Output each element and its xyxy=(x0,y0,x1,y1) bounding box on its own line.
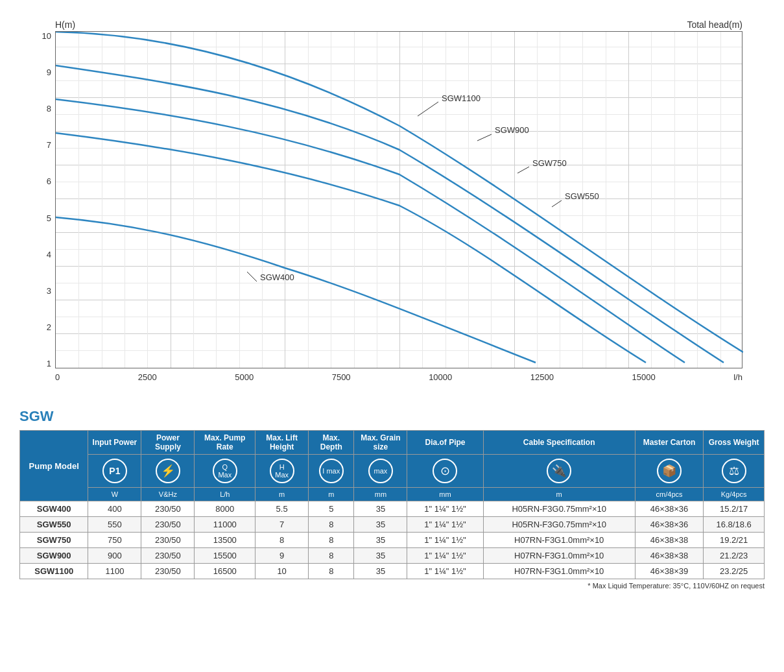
cell-max-depth: 8 xyxy=(309,533,354,548)
x-unit: l/h xyxy=(733,372,742,382)
chart-x-axis-title: Total head(m) xyxy=(687,19,742,30)
y-label-4: 4 xyxy=(36,250,51,259)
icon-master-carton: 📦 xyxy=(635,455,703,488)
cell-max-pump-rate: 8000 xyxy=(195,501,255,517)
y-label-2: 2 xyxy=(36,322,51,332)
y-label-7: 7 xyxy=(36,140,51,150)
x-axis: 0 2500 5000 7500 10000 12500 15000 l/h xyxy=(55,368,742,382)
curve-sgw400 xyxy=(56,217,536,363)
label-sgw750: SGW750 xyxy=(532,158,567,168)
cell-dia-of-pipe: 1" 1¼" 1½" xyxy=(407,533,483,548)
x-label-10000: 10000 xyxy=(429,372,452,382)
cell-power-supply: 230/50 xyxy=(141,501,195,517)
cell-cable-spec: H05RN-F3G0.75mm²×10 xyxy=(483,517,635,533)
chart-wrapper: 1 2 3 4 5 6 7 8 9 10 xyxy=(32,31,752,368)
svg-line-3 xyxy=(552,200,562,207)
x-label-0: 0 xyxy=(55,372,60,382)
cell-max-depth: 5 xyxy=(309,501,354,517)
y-label-8: 8 xyxy=(36,104,51,114)
chart-area: SGW1100 SGW900 SGW750 SGW550 SGW400 xyxy=(55,31,742,368)
svg-line-2 xyxy=(517,167,529,173)
footnote: * Max Liquid Temperature: 35°C, 110V/60H… xyxy=(19,582,765,590)
cell-max-grain-size: 35 xyxy=(354,564,407,579)
label-sgw900: SGW900 xyxy=(495,125,529,135)
y-label-1: 1 xyxy=(36,359,51,368)
col-master-carton: Master Carton xyxy=(635,431,703,455)
cell-max-grain-size: 35 xyxy=(354,501,407,517)
y-label-6: 6 xyxy=(36,176,51,186)
icon-input-power: P1 xyxy=(88,455,141,488)
x-label-7500: 7500 xyxy=(332,372,351,382)
cell-dia-of-pipe: 1" 1¼" 1½" xyxy=(407,517,483,533)
col-max-lift-height: Max. Lift Height xyxy=(255,431,309,455)
cell-dia-of-pipe: 1" 1¼" 1½" xyxy=(407,548,483,564)
cell-model: SGW400 xyxy=(20,501,88,517)
table-row: SGW400 400 230/50 8000 5.5 5 35 1" 1¼" 1… xyxy=(20,501,765,517)
cell-input-power: 750 xyxy=(88,533,141,548)
cell-master-carton: 46×38×38 xyxy=(635,533,703,548)
svg-line-4 xyxy=(247,272,257,282)
svg-line-1 xyxy=(477,134,492,141)
cell-max-pump-rate: 16500 xyxy=(195,564,255,579)
table-title: SGW xyxy=(19,408,765,425)
icon-power-supply: ⚡ xyxy=(141,455,195,488)
unit-dia-of-pipe: mm xyxy=(407,488,483,501)
icon-max-grain-size: max xyxy=(354,455,407,488)
cell-power-supply: 230/50 xyxy=(141,564,195,579)
cell-cable-spec: H07RN-F3G1.0mm²×10 xyxy=(483,533,635,548)
cell-max-grain-size: 35 xyxy=(354,548,407,564)
col-gross-weight: Gross Weight xyxy=(704,431,765,455)
cell-input-power: 1100 xyxy=(88,564,141,579)
cell-cable-spec: H07RN-F3G1.0mm²×10 xyxy=(483,548,635,564)
x-label-2500: 2500 xyxy=(138,372,157,382)
cell-max-pump-rate: 15500 xyxy=(195,548,255,564)
y-label-9: 9 xyxy=(36,67,51,77)
icon-cable-spec: 🔌 xyxy=(483,455,635,488)
col-max-depth: Max. Depth xyxy=(309,431,354,455)
table-row: SGW750 750 230/50 13500 8 8 35 1" 1¼" 1½… xyxy=(20,533,765,548)
col-max-grain-size: Max. Grain size xyxy=(354,431,407,455)
label-sgw550: SGW550 xyxy=(565,191,599,201)
cell-gross-weight: 16.8/18.6 xyxy=(704,517,765,533)
cell-master-carton: 46×38×39 xyxy=(635,564,703,579)
cell-max-grain-size: 35 xyxy=(354,517,407,533)
cell-input-power: 900 xyxy=(88,548,141,564)
label-sgw400: SGW400 xyxy=(260,272,294,282)
label-sgw1100: SGW1100 xyxy=(442,93,481,103)
y-axis: 1 2 3 4 5 6 7 8 9 10 xyxy=(32,31,55,368)
cell-gross-weight: 19.2/21 xyxy=(704,533,765,548)
unit-master-carton: cm/4pcs xyxy=(635,488,703,501)
cell-max-lift-height: 9 xyxy=(255,548,309,564)
icon-max-pump-rate: QMax xyxy=(195,455,255,488)
icon-gross-weight: ⚖ xyxy=(704,455,765,488)
y-label-5: 5 xyxy=(36,213,51,223)
table-row: SGW550 550 230/50 11000 7 8 35 1" 1¼" 1½… xyxy=(20,517,765,533)
cell-gross-weight: 23.2/25 xyxy=(704,564,765,579)
unit-max-grain-size: mm xyxy=(354,488,407,501)
x-label-15000: 15000 xyxy=(632,372,656,382)
col-power-supply: Power Supply xyxy=(141,431,195,455)
cell-power-supply: 230/50 xyxy=(141,517,195,533)
cell-max-depth: 8 xyxy=(309,564,354,579)
cell-cable-spec: H05RN-F3G0.75mm²×10 xyxy=(483,501,635,517)
cell-input-power: 550 xyxy=(88,517,141,533)
curves-svg: SGW1100 SGW900 SGW750 SGW550 SGW400 xyxy=(56,32,743,369)
cell-model: SGW900 xyxy=(20,548,88,564)
cell-gross-weight: 21.2/23 xyxy=(704,548,765,564)
cell-max-lift-height: 10 xyxy=(255,564,309,579)
x-label-12500: 12500 xyxy=(530,372,554,382)
spec-table: Pump Model Input Power Power Supply Max.… xyxy=(19,430,765,579)
curve-sgw900 xyxy=(56,66,724,363)
unit-max-lift-height: m xyxy=(255,488,309,501)
cell-max-lift-height: 7 xyxy=(255,517,309,533)
unit-power-supply: V&Hz xyxy=(141,488,195,501)
cell-power-supply: 230/50 xyxy=(141,533,195,548)
cell-model: SGW550 xyxy=(20,517,88,533)
unit-gross-weight: Kg/4pcs xyxy=(704,488,765,501)
cell-max-grain-size: 35 xyxy=(354,533,407,548)
icon-max-lift-height: HMax xyxy=(255,455,309,488)
cell-max-pump-rate: 11000 xyxy=(195,517,255,533)
col-cable-spec: Cable Specification xyxy=(483,431,635,455)
cell-master-carton: 46×38×36 xyxy=(635,517,703,533)
cell-model: SGW1100 xyxy=(20,564,88,579)
